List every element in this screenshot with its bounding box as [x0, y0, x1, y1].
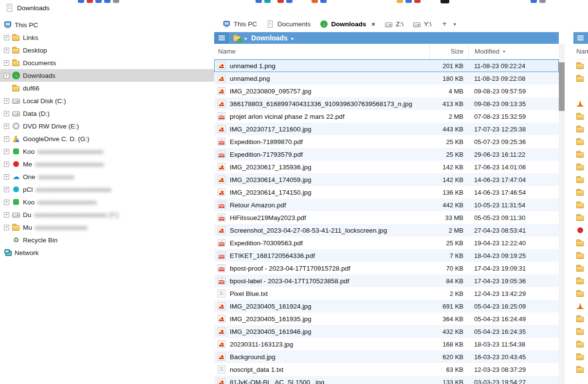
expand-toggle-icon[interactable]: + — [4, 60, 9, 66]
file-row[interactable]: IMG_20230614_174150.jpg136 KB14-06-23 17… — [214, 186, 559, 199]
expand-toggle-icon[interactable]: + — [4, 111, 9, 116]
file-row[interactable]: IMG_20230405_161924.jpg691 KB05-04-23 16… — [214, 300, 559, 312]
file-row[interactable]: Background.jpg620 KB16-03-23 20:43:45 — [214, 350, 559, 363]
file-row[interactable]: bpost-label - 2023-04-17T170523858.pdf84… — [214, 274, 559, 287]
tree-item-duf66[interactable]: duf66 — [0, 82, 214, 94]
second-pane-item[interactable] — [573, 350, 588, 363]
titlebar-app-icon[interactable] — [286, 0, 293, 3]
tab-z[interactable]: Z:\ — [380, 18, 408, 30]
expand-toggle-icon[interactable]: + — [4, 187, 9, 192]
file-row[interactable]: IMG_20230614_174059.jpg142 KB14-06-23 17… — [214, 173, 559, 186]
expand-toggle-icon[interactable]: + — [4, 73, 9, 78]
expand-toggle-icon[interactable]: + — [4, 48, 9, 53]
second-pane-item[interactable] — [573, 211, 588, 224]
second-pane-item[interactable] — [573, 59, 588, 72]
expand-toggle-icon[interactable]: + — [4, 200, 9, 205]
expand-toggle-icon[interactable]: + — [4, 149, 9, 154]
expand-toggle-icon[interactable]: + — [4, 162, 9, 167]
titlebar-app-icon[interactable] — [264, 0, 271, 3]
titlebar-app-icon[interactable] — [405, 0, 412, 3]
titlebar-app-icon[interactable] — [277, 0, 284, 3]
menu-button[interactable] — [214, 32, 229, 44]
titlebar-app-icon[interactable] — [113, 0, 119, 3]
second-pane-item[interactable] — [573, 135, 588, 148]
second-pane-item[interactable] — [573, 186, 588, 199]
expand-toggle-icon[interactable]: + — [4, 174, 9, 180]
file-row[interactable]: ETIKET_1681720564336.pdf7 KB18-04-23 09:… — [214, 249, 559, 262]
second-pane-item[interactable] — [573, 110, 588, 123]
tree-item-documents[interactable]: +Documents — [0, 56, 214, 69]
titlebar-app-icon[interactable] — [414, 0, 421, 3]
second-pane-item[interactable] — [573, 148, 588, 161]
file-row[interactable]: IMG_20230717_121600.jpg443 KB17-07-23 12… — [214, 123, 559, 135]
second-pane-item[interactable] — [573, 173, 588, 186]
second-pane-item[interactable] — [573, 161, 588, 173]
titlebar-app-icon[interactable] — [78, 0, 84, 3]
column-size[interactable]: Size — [429, 44, 468, 59]
tree-item-network[interactable]: Network — [0, 246, 214, 259]
scrollbar-track[interactable] — [559, 44, 565, 384]
tree-item-local-disk-c[interactable]: +Local Disk (C:) — [0, 94, 214, 107]
second-pane-item[interactable] — [573, 312, 588, 325]
tree-item-recycle-bin[interactable]: Recycle Bin — [0, 234, 214, 246]
tree-item-googledrive-c-d-g[interactable]: +GoogleDrive C. D. (G:) — [0, 132, 214, 145]
second-pane-column-header[interactable]: Nam — [573, 44, 588, 59]
titlebar-app-icon[interactable] — [256, 0, 262, 3]
titlebar-app-icon[interactable] — [87, 0, 93, 3]
scrollbar-thumb[interactable] — [559, 62, 565, 111]
second-pane-item[interactable] — [573, 237, 588, 249]
tree-item-desktop[interactable]: +Desktop — [0, 44, 214, 56]
file-row[interactable]: Screenshot_2023-04-27-08-53-41-211_locks… — [214, 224, 559, 237]
file-row[interactable]: 20230311-163123.jpg168 KB18-03-23 11:54:… — [214, 338, 559, 350]
expand-toggle-icon[interactable]: + — [4, 212, 9, 218]
tree-item-dvd-rw-drive-e[interactable]: +DVD RW Drive (E:) — [0, 120, 214, 132]
file-row[interactable]: Retour Amazon.pdf442 KB10-05-23 11:31:54 — [214, 199, 559, 211]
file-row[interactable]: unnamed 1.png201 KB11-08-23 09:22:24 — [214, 59, 559, 72]
new-tab-button[interactable]: + — [442, 19, 446, 28]
file-row[interactable]: Expedition-71899870.pdf25 KB05-07-23 09:… — [214, 135, 559, 148]
second-pane-item[interactable] — [573, 274, 588, 287]
tab-close-icon[interactable]: × — [371, 20, 375, 28]
tree-item-downloads[interactable]: +Downloads — [0, 69, 214, 82]
file-row[interactable]: IMG_20230405_161935.jpg364 KB05-04-23 16… — [214, 312, 559, 325]
titlebar-app-icon[interactable] — [95, 0, 102, 3]
breadcrumb[interactable]: Downloads — [251, 34, 288, 42]
file-row[interactable]: IMG_20230405_161946.jpg432 KB05-04-23 16… — [214, 325, 559, 338]
titlebar-app-icon[interactable] — [397, 0, 403, 3]
file-row[interactable]: HiFiIssue219May2023.pdf33 MB05-05-23 09:… — [214, 211, 559, 224]
expand-toggle-icon[interactable]: + — [4, 136, 9, 142]
tab-documents[interactable]: Documents — [262, 18, 315, 30]
column-name[interactable]: Name — [214, 44, 429, 59]
titlebar-app-icon[interactable] — [104, 0, 110, 3]
second-pane-item[interactable] — [573, 97, 588, 110]
downloads-folder-icon[interactable]: ↓ — [233, 34, 241, 42]
second-pane-item[interactable] — [573, 123, 588, 135]
tree-item-data-d[interactable]: +Data (D:) — [0, 107, 214, 120]
tree-item-links[interactable]: +Links — [0, 31, 214, 44]
tree-item-this-pc[interactable]: This PC — [0, 18, 214, 31]
tab-this-pc[interactable]: This PC — [218, 18, 262, 30]
titlebar-app-icon[interactable] — [441, 0, 449, 3]
tree-item-koo[interactable]: +Kooxxxxxxxxxxxxxxxxxxxx — [0, 145, 214, 158]
blue-folder-icon[interactable] — [576, 20, 584, 28]
tab-y[interactable]: Y:\ — [408, 18, 437, 30]
file-row[interactable]: Expedition-70309563.pdf25 KB19-04-23 12:… — [214, 237, 559, 249]
file-row[interactable]: bpost-proof - 2023-04-17T170915728.pdf70… — [214, 262, 559, 274]
second-pane-item[interactable] — [573, 224, 588, 237]
expand-toggle-icon[interactable]: + — [4, 124, 9, 129]
tree-item-koo[interactable]: +Kooxxxxxxxxxxxxxxxxxx — [0, 196, 214, 208]
second-pane-item[interactable] — [573, 72, 588, 85]
second-pane-item[interactable] — [573, 85, 588, 97]
tab-downloads[interactable]: Downloads× — [315, 18, 380, 30]
tree-item-du[interactable]: +Duxxxxxxxxxxxxxxxxxxxxxx (Y:) — [0, 208, 214, 221]
tree-item-me[interactable]: +Mexxxxxxxxxxxxxxxxxxxxx — [0, 158, 214, 170]
second-pane-item[interactable] — [573, 262, 588, 274]
titlebar-app-icon[interactable] — [312, 0, 318, 3]
tree-item-one[interactable]: +Onexxxxxxxxxxx — [0, 170, 214, 183]
file-row[interactable]: Expedition-71793579.pdf25 KB29-06-23 16:… — [214, 148, 559, 161]
expand-toggle-icon[interactable]: + — [4, 35, 9, 40]
column-modified[interactable]: Modified ▾ — [468, 44, 559, 59]
file-row[interactable]: noscript_data 1.txt63 KB12-03-23 08:37:2… — [214, 363, 559, 376]
file-row[interactable]: projet arlon vicinal phase 2 mars 22.pdf… — [214, 110, 559, 123]
second-pane-item[interactable] — [573, 249, 588, 262]
